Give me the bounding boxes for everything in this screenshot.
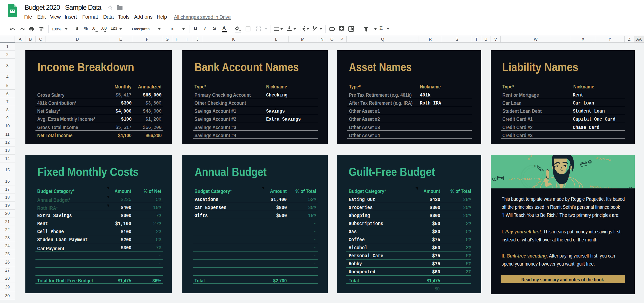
- svg-text:$: $: [534, 165, 536, 167]
- svg-text:PAY YOURSELF FIRST: PAY YOURSELF FIRST: [509, 177, 543, 180]
